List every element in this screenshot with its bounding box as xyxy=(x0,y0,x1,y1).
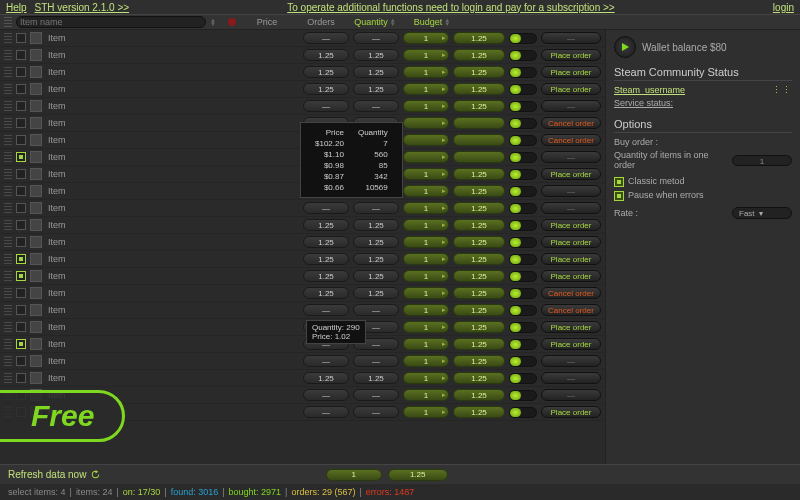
promo-link[interactable]: To operate additional functions need to … xyxy=(287,2,614,13)
price-cell[interactable]: 1.25 xyxy=(303,270,349,282)
qty-cell[interactable]: 1▸ xyxy=(403,270,449,282)
row-toggle[interactable] xyxy=(509,220,537,231)
drag-handle-icon[interactable] xyxy=(4,254,12,264)
price-cell[interactable]: 1.25 xyxy=(303,83,349,95)
row-toggle[interactable] xyxy=(509,254,537,265)
row-toggle[interactable] xyxy=(509,67,537,78)
row-checkbox[interactable] xyxy=(16,305,26,315)
qty-cell[interactable]: 1▸ xyxy=(403,49,449,61)
row-action-button[interactable]: — xyxy=(541,389,601,401)
row-checkbox[interactable] xyxy=(16,118,26,128)
drag-handle-icon[interactable] xyxy=(4,356,12,366)
qty-cell[interactable]: ▸ xyxy=(403,134,449,146)
price-cell[interactable]: — xyxy=(303,355,349,367)
row-checkbox[interactable] xyxy=(16,254,26,264)
budget-cell[interactable]: 1.25 xyxy=(453,49,505,61)
play-button[interactable] xyxy=(614,36,636,58)
drag-handle-icon[interactable] xyxy=(4,118,12,128)
price-cell[interactable]: 1.25 xyxy=(303,219,349,231)
price-cell[interactable]: 1.25 xyxy=(303,253,349,265)
orders-cell[interactable]: — xyxy=(353,355,399,367)
footer-budget-input[interactable]: 1.25 xyxy=(388,469,448,481)
row-action-button[interactable]: — xyxy=(541,151,601,163)
orders-cell[interactable]: — xyxy=(353,202,399,214)
qty-per-order-input[interactable]: 1 xyxy=(732,155,792,166)
row-action-button[interactable]: — xyxy=(541,185,601,197)
pause-checkbox[interactable] xyxy=(614,191,624,201)
qty-cell[interactable]: 1▸ xyxy=(403,338,449,350)
budget-cell[interactable]: 1.25 xyxy=(453,253,505,265)
classic-checkbox[interactable] xyxy=(614,177,624,187)
rate-select[interactable]: Fast ▾ xyxy=(732,207,792,219)
row-toggle[interactable] xyxy=(509,271,537,282)
row-action-button[interactable]: Place order xyxy=(541,219,601,231)
qty-cell[interactable]: 1▸ xyxy=(403,287,449,299)
drag-handle-icon[interactable] xyxy=(4,203,12,213)
row-checkbox[interactable] xyxy=(16,271,26,281)
row-toggle[interactable] xyxy=(509,135,537,146)
orders-cell[interactable]: — xyxy=(353,32,399,44)
row-toggle[interactable] xyxy=(509,152,537,163)
qty-cell[interactable]: 1▸ xyxy=(403,372,449,384)
qty-cell[interactable]: ▸ xyxy=(403,117,449,129)
drag-handle-icon[interactable] xyxy=(4,339,12,349)
row-action-button[interactable]: Place order xyxy=(541,66,601,78)
price-cell[interactable]: 1.25 xyxy=(303,372,349,384)
footer-qty-input[interactable]: 1 xyxy=(326,469,382,481)
budget-cell[interactable]: 1.25 xyxy=(453,389,505,401)
budget-cell[interactable] xyxy=(453,134,505,146)
qty-cell[interactable]: 1▸ xyxy=(403,83,449,95)
drag-handle-icon[interactable] xyxy=(4,152,12,162)
row-toggle[interactable] xyxy=(509,390,537,401)
price-cell[interactable]: — xyxy=(303,32,349,44)
drag-handle-icon[interactable] xyxy=(4,322,12,332)
budget-cell[interactable]: 1.25 xyxy=(453,287,505,299)
budget-cell[interactable]: 1.25 xyxy=(453,321,505,333)
row-toggle[interactable] xyxy=(509,186,537,197)
row-action-button[interactable]: Cancel order xyxy=(541,117,601,129)
drag-handle-icon[interactable] xyxy=(4,373,12,383)
qty-cell[interactable]: 1▸ xyxy=(403,389,449,401)
row-toggle[interactable] xyxy=(509,288,537,299)
login-link[interactable]: login xyxy=(773,2,794,13)
budget-cell[interactable]: 1.25 xyxy=(453,202,505,214)
orders-cell[interactable]: 1.25 xyxy=(353,49,399,61)
row-checkbox[interactable] xyxy=(16,101,26,111)
row-checkbox[interactable] xyxy=(16,169,26,179)
price-cell[interactable]: — xyxy=(303,304,349,316)
row-action-button[interactable]: Place order xyxy=(541,406,601,418)
row-toggle[interactable] xyxy=(509,203,537,214)
row-checkbox[interactable] xyxy=(16,356,26,366)
row-action-button[interactable]: Place order xyxy=(541,253,601,265)
row-action-button[interactable]: — xyxy=(541,372,601,384)
version-link[interactable]: STH version 2.1.0 >> xyxy=(35,2,130,13)
row-toggle[interactable] xyxy=(509,169,537,180)
row-checkbox[interactable] xyxy=(16,67,26,77)
name-filter-input[interactable] xyxy=(16,16,206,28)
price-cell[interactable]: — xyxy=(303,406,349,418)
row-checkbox[interactable] xyxy=(16,237,26,247)
budget-cell[interactable]: 1.25 xyxy=(453,32,505,44)
orders-cell[interactable]: 1.25 xyxy=(353,83,399,95)
sort-icon[interactable]: ▲▼ xyxy=(210,18,216,26)
qty-cell[interactable]: 1▸ xyxy=(403,168,449,180)
qty-cell[interactable]: 1▸ xyxy=(403,202,449,214)
orders-cell[interactable]: 1.25 xyxy=(353,236,399,248)
budget-cell[interactable]: 1.25 xyxy=(453,372,505,384)
qty-cell[interactable]: 1▸ xyxy=(403,100,449,112)
orders-cell[interactable]: 1.25 xyxy=(353,219,399,231)
row-checkbox[interactable] xyxy=(16,50,26,60)
row-action-button[interactable]: — xyxy=(541,202,601,214)
row-action-button[interactable]: Cancel order xyxy=(541,134,601,146)
budget-cell[interactable]: 1.25 xyxy=(453,304,505,316)
price-cell[interactable]: 1.25 xyxy=(303,287,349,299)
row-toggle[interactable] xyxy=(509,322,537,333)
budget-cell[interactable]: 1.25 xyxy=(453,219,505,231)
drag-handle-icon[interactable] xyxy=(4,305,12,315)
row-action-button[interactable]: — xyxy=(541,100,601,112)
price-cell[interactable]: — xyxy=(303,202,349,214)
qty-cell[interactable]: 1▸ xyxy=(403,219,449,231)
drag-handle-icon[interactable] xyxy=(4,169,12,179)
qty-cell[interactable]: 1▸ xyxy=(403,321,449,333)
qty-cell[interactable]: 1▸ xyxy=(403,355,449,367)
